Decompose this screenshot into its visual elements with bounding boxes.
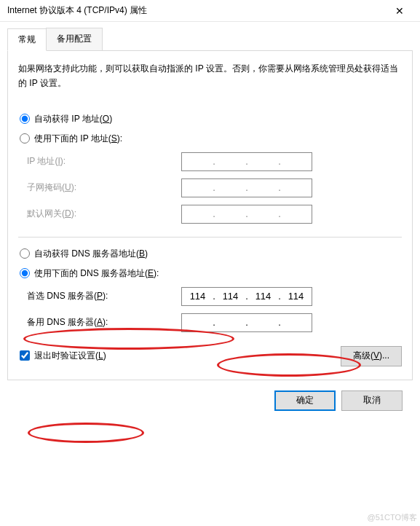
advanced-button[interactable]: 高级(V)... <box>341 346 402 366</box>
radio-ip-manual-label: 使用下面的 IP 地址(S): <box>34 133 122 145</box>
ip-fields: IP 地址(I): ... 子网掩码(U): ... 默认网关(D): <box>21 152 402 224</box>
close-button[interactable]: ✕ <box>385 1 414 21</box>
radio-dns-manual[interactable] <box>20 268 30 278</box>
preferred-dns-label: 首选 DNS 服务器(P): <box>21 290 181 302</box>
ip-address-input: ... <box>181 152 312 171</box>
radio-ip-auto-label: 自动获得 IP 地址(O) <box>34 113 112 125</box>
gateway-label: 默认网关(D): <box>21 208 181 220</box>
radio-dns-manual-label: 使用下面的 DNS 服务器地址(E): <box>34 267 159 280</box>
dialog-footer: 确定 取消 <box>7 380 413 418</box>
alternate-dns-input[interactable]: . . . <box>181 313 312 332</box>
group-divider <box>18 237 402 238</box>
radio-dns-auto[interactable] <box>20 248 30 259</box>
close-icon: ✕ <box>395 5 404 17</box>
radio-ip-auto[interactable] <box>20 114 30 124</box>
alternate-dns-label: 备用 DNS 服务器(A): <box>21 316 181 329</box>
radio-dns-manual-row[interactable]: 使用下面的 DNS 服务器地址(E): <box>18 267 402 280</box>
window-title: Internet 协议版本 4 (TCP/IPv4) 属性 <box>7 4 385 17</box>
tab-general[interactable]: 常规 <box>7 28 47 51</box>
tab-alternate[interactable]: 备用配置 <box>46 28 103 50</box>
annotation-ellipse <box>28 423 144 443</box>
dns-fields: 首选 DNS 服务器(P): 114. 114. 114. 114 备用 DNS… <box>21 287 402 332</box>
preferred-dns-input[interactable]: 114. 114. 114. 114 <box>181 287 312 306</box>
validate-label: 退出时验证设置(L) <box>34 350 106 362</box>
radio-ip-manual[interactable] <box>20 133 30 144</box>
tab-panel-general: 如果网络支持此功能，则可以获取自动指派的 IP 设置。否则，你需要从网络系统管理… <box>7 51 413 380</box>
intro-text: 如果网络支持此功能，则可以获取自动指派的 IP 设置。否则，你需要从网络系统管理… <box>18 61 402 91</box>
ip-address-label: IP 地址(I): <box>21 155 181 168</box>
subnet-mask-label: 子网掩码(U): <box>21 181 181 194</box>
gateway-input: ... <box>181 205 312 224</box>
cancel-button[interactable]: 取消 <box>341 390 403 411</box>
validate-checkbox[interactable] <box>20 350 30 361</box>
dialog-body: 常规 备用配置 如果网络支持此功能，则可以获取自动指派的 IP 设置。否则，你需… <box>0 22 420 425</box>
ok-button[interactable]: 确定 <box>274 390 336 411</box>
subnet-mask-input: ... <box>181 178 312 197</box>
radio-ip-manual-row[interactable]: 使用下面的 IP 地址(S): <box>18 133 402 145</box>
tab-bar: 常规 备用配置 <box>7 28 413 51</box>
radio-ip-auto-row[interactable]: 自动获得 IP 地址(O) <box>18 113 402 125</box>
radio-dns-auto-label: 自动获得 DNS 服务器地址(B) <box>34 248 148 260</box>
titlebar: Internet 协议版本 4 (TCP/IPv4) 属性 ✕ <box>0 0 420 22</box>
radio-dns-auto-row[interactable]: 自动获得 DNS 服务器地址(B) <box>18 248 402 260</box>
watermark: @51CTO博客 <box>368 512 417 523</box>
